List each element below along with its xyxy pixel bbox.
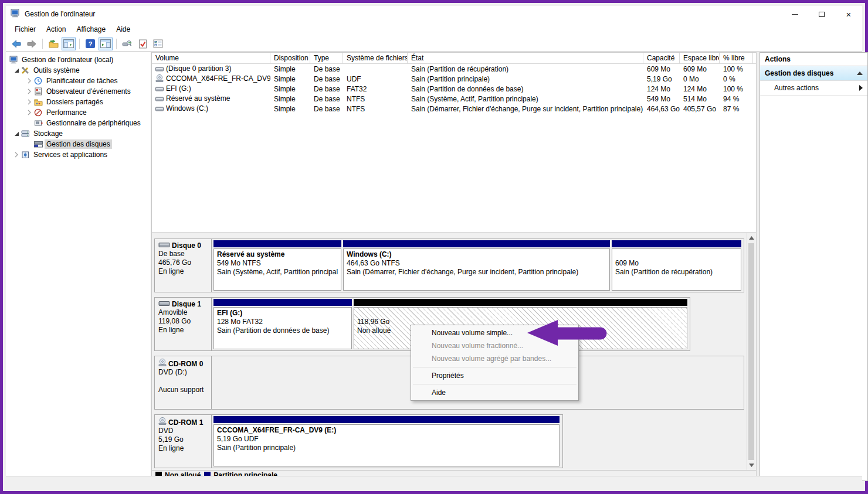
table-cell: Sain (Partition de données de base) bbox=[408, 85, 643, 93]
partition-type-bar bbox=[213, 416, 560, 423]
table-cell: NTFS bbox=[343, 105, 408, 113]
menu-item-nouveau-volume-fractionné: Nouveau volume fractionné... bbox=[411, 339, 578, 352]
console-tree-icon[interactable] bbox=[62, 38, 76, 50]
partition-body[interactable]: EFI (G:)128 Mo FAT32Sain (Partition de d… bbox=[213, 307, 352, 349]
tree-item-services-et-applications[interactable]: Services et applications bbox=[6, 149, 151, 160]
column-header-système-de-fichiers[interactable]: Système de fichiers bbox=[343, 53, 408, 63]
tree-item-gestion-de-l-ordinateur-local[interactable]: Gestion de l'ordinateur (local) bbox=[6, 54, 151, 65]
vertical-scrollbar[interactable] bbox=[747, 233, 755, 470]
partition-réservé-au-système[interactable]: Réservé au système549 Mo NTFSSain (Systè… bbox=[213, 240, 341, 291]
chevron-collapsed-icon[interactable] bbox=[25, 110, 34, 115]
partition-title: EFI (G:) bbox=[217, 309, 348, 318]
column-header-disposition[interactable]: Disposition bbox=[270, 53, 310, 63]
disk-label-disque-1[interactable]: Disque 1Amovible119,08 GoEn ligne bbox=[155, 298, 212, 350]
table-row[interactable]: EFI (G:)SimpleDe baseFAT32Sain (Partitio… bbox=[152, 84, 756, 94]
disk-row-disque-0: Disque 0De base465,76 GoEn ligneRéservé … bbox=[154, 239, 744, 292]
table-cell: CCCOMA_X64FRE_FR-CA_DV9 (E:) bbox=[152, 74, 270, 84]
column-header-état[interactable]: État bbox=[408, 53, 643, 63]
table-cell: De base bbox=[310, 75, 343, 83]
expand-right-icon[interactable] bbox=[859, 85, 863, 91]
partition-title bbox=[357, 309, 684, 318]
actions-section-gestion-des-disques[interactable]: Gestion des disques bbox=[760, 66, 867, 81]
collapse-icon[interactable] bbox=[857, 71, 863, 75]
scroll-down-icon[interactable] bbox=[747, 461, 755, 470]
partition-609-mo[interactable]: 609 MoSain (Partition de récupération) bbox=[612, 240, 741, 291]
partition-status: Sain (Système, Actif, Partition principa… bbox=[217, 268, 338, 277]
partition-size: 128 Mo FAT32 bbox=[217, 318, 348, 326]
chevron-expanded-icon[interactable] bbox=[12, 131, 21, 137]
tree-item-stockage[interactable]: Stockage bbox=[6, 128, 151, 139]
partition-body[interactable]: Windows (C:)464,63 Go NTFSSain (Démarrer… bbox=[343, 248, 610, 291]
partition-body[interactable]: CCCOMA_X64FRE_FR-CA_DV9 (E:)5,19 Go UDFS… bbox=[213, 424, 560, 466]
menu-item-aide[interactable]: Aide bbox=[411, 386, 578, 399]
tree-item-planificateur-de-tâches[interactable]: Planificateur de tâches bbox=[6, 76, 151, 86]
scrollbar-thumb[interactable] bbox=[748, 243, 754, 460]
chevron-collapsed-icon[interactable] bbox=[25, 88, 34, 94]
column-header-volume[interactable]: Volume bbox=[152, 53, 270, 63]
disk-management-icon bbox=[34, 140, 45, 148]
maximize-button[interactable] bbox=[808, 6, 835, 22]
tree-item-gestion-des-disques[interactable]: Gestion des disques bbox=[6, 139, 151, 149]
table-cell: De base bbox=[310, 105, 343, 113]
check-document-icon[interactable] bbox=[135, 38, 150, 50]
table-cell: Simple bbox=[270, 105, 310, 113]
close-icon: × bbox=[846, 9, 852, 19]
partition-efi-g[interactable]: EFI (G:)128 Mo FAT32Sain (Partition de d… bbox=[213, 299, 352, 349]
menu-aide[interactable]: Aide bbox=[111, 23, 135, 35]
menu-action[interactable]: Action bbox=[41, 23, 71, 35]
table-row[interactable]: (Disque 0 partition 3)SimpleDe baseSain … bbox=[152, 64, 756, 74]
partition-type-bar bbox=[213, 299, 352, 306]
chevron-collapsed-icon[interactable] bbox=[25, 99, 34, 105]
tree-item-gestionnaire-de-périphériques[interactable]: Gestionnaire de périphériques bbox=[6, 118, 151, 128]
help-icon[interactable]: ? bbox=[83, 38, 97, 50]
menu-fichier[interactable]: Fichier bbox=[9, 23, 41, 35]
column-header-libre[interactable]: % libre bbox=[720, 53, 753, 63]
svg-text:?: ? bbox=[89, 40, 93, 47]
chevron-collapsed-icon[interactable] bbox=[12, 152, 21, 158]
tree-item-dossiers-partagés[interactable]: Dossiers partagés bbox=[6, 97, 151, 107]
tree-item-observateur-d-événements[interactable]: Observateur d'événements bbox=[6, 86, 151, 97]
partition-body[interactable]: 609 MoSain (Partition de récupération) bbox=[612, 248, 741, 291]
partition-size: 609 Mo bbox=[615, 259, 738, 268]
back-icon[interactable] bbox=[9, 38, 23, 50]
actions-section-autres-actions[interactable]: Autres actions bbox=[760, 81, 867, 96]
chevron-expanded-icon[interactable] bbox=[12, 68, 21, 73]
cd-drive-icon bbox=[155, 74, 164, 84]
export-list-icon[interactable] bbox=[46, 38, 60, 50]
disk-label-disque-0[interactable]: Disque 0De base465,76 GoEn ligne bbox=[155, 239, 212, 292]
action-pane-icon[interactable] bbox=[99, 38, 113, 50]
table-row[interactable]: Réservé au systèmeSimpleDe baseNTFSSain … bbox=[152, 94, 756, 104]
properties-icon[interactable] bbox=[120, 38, 134, 50]
disk-label-cd-rom-1[interactable]: CD-ROM 1DVD5,19 GoEn ligne bbox=[155, 415, 212, 468]
tree-item-outils-système[interactable]: Outils système bbox=[6, 65, 151, 76]
table-cell: NTFS bbox=[343, 95, 408, 103]
column-header-capacité[interactable]: Capacité bbox=[643, 53, 680, 63]
close-button[interactable]: × bbox=[835, 6, 862, 22]
forward-icon[interactable] bbox=[25, 38, 39, 50]
column-header-espace-libre[interactable]: Espace libre bbox=[680, 53, 720, 63]
partition-windows-c[interactable]: Windows (C:)464,63 Go NTFSSain (Démarrer… bbox=[343, 240, 610, 291]
chevron-collapsed-icon[interactable] bbox=[25, 78, 34, 84]
table-row[interactable]: Windows (C:)SimpleDe baseNTFSSain (Démar… bbox=[152, 104, 756, 114]
disk-management-pane: VolumeDispositionTypeSystème de fichiers… bbox=[151, 52, 757, 481]
tree-item-performance[interactable]: Performance bbox=[6, 107, 151, 118]
toolbar-separator bbox=[79, 39, 80, 49]
minimize-button[interactable] bbox=[781, 6, 808, 22]
scroll-up-icon[interactable] bbox=[747, 233, 755, 243]
console-tree: Gestion de l'ordinateur (local)Outils sy… bbox=[6, 52, 151, 481]
menu-item-propriétés[interactable]: Propriétés bbox=[411, 369, 578, 382]
table-cell: 609 Mo bbox=[680, 65, 720, 73]
table-cell: 124 Mo bbox=[643, 85, 680, 93]
disk-label-cd-rom-0[interactable]: CD-ROM 0DVD (D:)Aucun support bbox=[155, 356, 212, 409]
table-cell: Sain (Partition principale) bbox=[408, 75, 643, 83]
task-list-icon[interactable] bbox=[151, 38, 165, 50]
status-bar bbox=[6, 476, 862, 488]
partition-cccoma-x64fre-fr-ca-dv9-e[interactable]: CCCOMA_X64FRE_FR-CA_DV9 (E:)5,19 Go UDFS… bbox=[213, 416, 560, 466]
menu-item-nouveau-volume-simple[interactable]: Nouveau volume simple... bbox=[411, 326, 578, 339]
partition-body[interactable]: Réservé au système549 Mo NTFSSain (Systè… bbox=[213, 248, 341, 291]
column-header-type[interactable]: Type bbox=[310, 53, 343, 63]
partition-status: Sain (Partition de données de base) bbox=[217, 326, 348, 335]
cd-drive-icon bbox=[158, 360, 167, 368]
table-row[interactable]: CCCOMA_X64FRE_FR-CA_DV9 (E:)SimpleDe bas… bbox=[152, 74, 756, 84]
menu-affichage[interactable]: Affichage bbox=[71, 23, 111, 35]
